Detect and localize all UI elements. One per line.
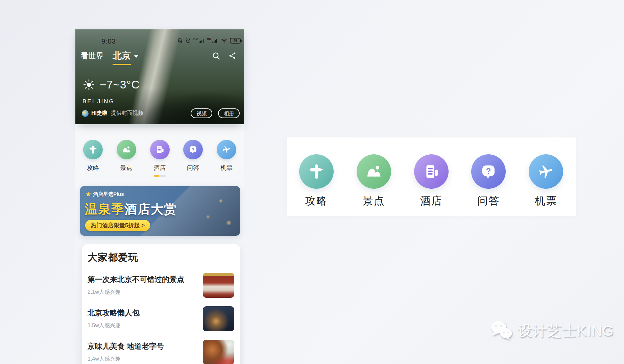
signpost-icon — [307, 162, 326, 181]
panel-item-qa[interactable]: ? 问答 — [470, 154, 507, 216]
chevron-down-icon[interactable] — [134, 55, 138, 58]
section-title: 大家都爱玩 — [88, 251, 234, 264]
mute-icon — [177, 37, 183, 44]
banner-cta-button[interactable]: 热门酒店限量5折起 > — [85, 220, 150, 231]
banner-title: 温泉季酒店大赏 — [85, 201, 177, 218]
panel-label: 机票 — [535, 194, 557, 208]
credit-author[interactable]: HI走啦 — [91, 110, 107, 117]
avatar[interactable] — [82, 110, 89, 117]
promo-banner[interactable]: ★ 酒店星选Plus 温泉季酒店大赏 热门酒店限量5折起 > — [80, 186, 240, 236]
nav-item-scenic[interactable]: 景点 — [116, 140, 137, 172]
banner-brand: ★ 酒店星选Plus — [85, 191, 124, 198]
nav-label: 问答 — [187, 164, 199, 172]
panel-item-scenic[interactable]: 景点 — [355, 154, 392, 216]
temperature-text: −7~3°C — [100, 78, 140, 91]
cover-credit-row: HI走啦 提供封面视频 视频 相册 — [82, 108, 240, 118]
status-bar: 9:03 HD — [75, 37, 244, 44]
search-icon[interactable] — [212, 52, 220, 60]
hotel-building-icon — [155, 145, 165, 155]
airplane-icon — [221, 145, 232, 155]
nav-item-flight[interactable]: 机票 — [216, 140, 237, 172]
watermark: 设计芝士KING — [490, 320, 614, 342]
city-english-name: BEI JING — [82, 98, 115, 105]
nav-label: 酒店 — [154, 164, 166, 172]
list-item-meta: 1.5w人感兴趣 — [88, 322, 199, 329]
battery-icon: 46 — [230, 38, 241, 44]
quick-nav-row: 攻略 景点 — [75, 140, 244, 172]
phone-screenshot: 9:03 HD — [75, 29, 244, 364]
sun-icon — [83, 79, 95, 91]
icon-detail-panel: 攻略 景点 酒店 — [287, 137, 576, 216]
list-item-thumbnail — [203, 340, 234, 364]
credit-text: 提供封面视频 — [111, 110, 143, 117]
pagination-active-bar — [154, 175, 159, 177]
svg-text:?: ? — [192, 147, 194, 152]
share-icon[interactable] — [229, 52, 237, 60]
nav-item-guide[interactable]: 攻略 — [83, 140, 103, 172]
signal-hd-icon: HD — [193, 37, 205, 44]
hero-cover: 9:03 HD — [75, 29, 244, 124]
alarm-icon — [185, 37, 191, 44]
signpost-icon — [88, 145, 98, 155]
signal-hd-icon-2: HD — [207, 37, 218, 44]
list-item[interactable]: 北京攻略懒人包 1.5w人感兴趣 — [88, 306, 234, 331]
watermark-text: 设计芝士KING — [518, 321, 614, 341]
weather-widget: −7~3°C — [83, 78, 140, 91]
nav-label: 机票 — [220, 164, 233, 172]
status-icons: HD HD — [177, 37, 241, 44]
nav-label: 景点 — [120, 164, 133, 172]
hotel-building-icon — [422, 162, 440, 181]
wifi-icon — [220, 37, 228, 44]
wechat-logo-icon — [490, 320, 514, 342]
list-item-title: 京味儿美食 地道老字号 — [88, 341, 199, 352]
battery-level: 46 — [233, 39, 237, 43]
panel-item-flight[interactable]: 机票 — [527, 154, 565, 216]
status-time: 9:03 — [101, 37, 116, 45]
mountain-icon — [121, 145, 131, 155]
list-item-thumbnail — [203, 306, 234, 331]
design-showcase-page: 9:03 HD — [0, 0, 624, 364]
svg-text:?: ? — [486, 167, 491, 176]
nav-label: 攻略 — [87, 164, 99, 172]
panel-label: 攻略 — [305, 194, 328, 208]
tab-city-beijing[interactable]: 北京 — [113, 50, 131, 62]
star-icon: ★ — [85, 191, 91, 198]
video-button[interactable]: 视频 — [191, 108, 212, 118]
panel-label: 酒店 — [420, 194, 442, 208]
album-button[interactable]: 相册 — [218, 108, 240, 118]
banner-title-highlight: 温泉季 — [85, 202, 124, 216]
airplane-icon — [537, 162, 555, 181]
question-bubble-icon: ? — [188, 145, 198, 155]
panel-item-guide[interactable]: 攻略 — [298, 154, 335, 216]
list-item-thumbnail — [203, 273, 234, 298]
hero-header: 看世界 北京 — [80, 50, 237, 62]
tab-see-world[interactable]: 看世界 — [80, 51, 104, 61]
nav-item-qa[interactable]: ? 问答 — [183, 140, 203, 172]
carousel-pagination — [75, 175, 244, 177]
pagination-track — [159, 175, 166, 177]
list-item[interactable]: 京味儿美食 地道老字号 1.4w人感兴趣 — [88, 340, 234, 364]
active-tab-underline — [113, 64, 131, 66]
list-item-meta: 1.4w人感兴趣 — [88, 356, 199, 363]
panel-item-hotel[interactable]: 酒店 — [413, 154, 450, 216]
question-bubble-icon: ? — [479, 162, 498, 181]
banner-title-rest: 酒店大赏 — [124, 202, 177, 216]
mountain-icon — [365, 162, 383, 181]
popular-card: 大家都爱玩 第一次来北京不可错过的景点 2.1w人感兴趣 北京攻略懒人包 1.5… — [82, 244, 240, 364]
panel-label: 问答 — [477, 194, 500, 208]
list-item[interactable]: 第一次来北京不可错过的景点 2.1w人感兴趣 — [88, 273, 234, 298]
panel-label: 景点 — [363, 194, 385, 208]
list-item-title: 北京攻略懒人包 — [88, 308, 199, 318]
nav-item-hotel[interactable]: 酒店 — [150, 140, 170, 172]
list-item-title: 第一次来北京不可错过的景点 — [88, 275, 199, 285]
list-item-meta: 2.1w人感兴趣 — [88, 289, 199, 296]
